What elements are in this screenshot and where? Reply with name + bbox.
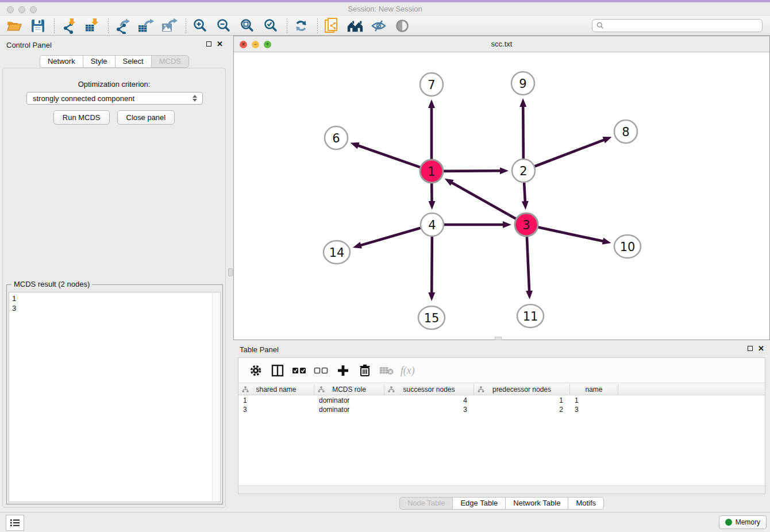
delete-icon[interactable]: [356, 361, 374, 380]
task-list-icon: [10, 519, 20, 527]
mcds-result-box[interactable]: 1 3: [9, 292, 221, 502]
tab-edge-table[interactable]: Edge Table: [452, 497, 506, 510]
tab-style[interactable]: Style: [83, 55, 116, 68]
criterion-select[interactable]: strongly connected component: [26, 92, 203, 105]
search-box[interactable]: [592, 19, 763, 32]
export-table-icon[interactable]: [137, 17, 155, 34]
show-all-networks-icon[interactable]: [346, 17, 364, 34]
column-header-name[interactable]: name: [570, 384, 618, 395]
import-table-icon[interactable]: [83, 17, 101, 34]
edge-arrow-icon: [351, 142, 360, 149]
column-header-shared-name[interactable]: shared name: [238, 384, 314, 395]
node-15[interactable]: 15: [418, 306, 445, 329]
tab-network-table[interactable]: Network Table: [505, 497, 568, 510]
zoom-selected-icon[interactable]: [262, 17, 279, 34]
import-network-icon[interactable]: [60, 17, 77, 34]
deselect-all-icon[interactable]: [312, 361, 330, 380]
edge-1-2[interactable]: [444, 171, 502, 171]
cell-MCDS-role[interactable]: dominator: [314, 396, 384, 405]
column-header-MCDS-role[interactable]: MCDS role: [314, 384, 384, 395]
memory-button[interactable]: Memory: [719, 515, 767, 529]
memory-status-icon: [725, 519, 732, 526]
add-column-icon[interactable]: [334, 361, 352, 380]
mcds-result-group: MCDS result (2 nodes) 1 3: [6, 284, 223, 504]
result-scrollbar[interactable]: [212, 293, 220, 501]
tab-mcds[interactable]: MCDS: [151, 55, 189, 68]
cell-predecessor-nodes[interactable]: 1: [474, 396, 570, 405]
svg-text:9: 9: [519, 77, 526, 91]
cell-successor-nodes[interactable]: 3: [384, 405, 474, 414]
column-header-predecessor-nodes[interactable]: predecessor nodes: [474, 384, 570, 395]
cell-name[interactable]: 3: [570, 405, 618, 414]
function-icon[interactable]: f(x): [399, 361, 418, 380]
tab-network[interactable]: Network: [40, 55, 83, 68]
edge-4-15[interactable]: [432, 237, 432, 294]
table-row[interactable]: 3dominator323: [238, 405, 765, 414]
export-image-icon[interactable]: [161, 17, 178, 34]
float-panel-icon[interactable]: [206, 41, 211, 47]
edge-3-1[interactable]: [451, 182, 516, 219]
table-hscroll[interactable]: [238, 485, 765, 494]
node-8[interactable]: 8: [614, 120, 637, 143]
edge-4-14[interactable]: [359, 228, 420, 246]
select-all-icon[interactable]: [290, 361, 309, 380]
network-canvas[interactable]: 7968124314101511: [234, 52, 769, 340]
table-row[interactable]: 1dominator411: [238, 396, 765, 405]
edge-arrow-icon: [526, 291, 533, 299]
split-columns-icon[interactable]: [268, 361, 287, 380]
node-4[interactable]: 4: [421, 213, 444, 236]
open-session-icon[interactable]: [6, 17, 23, 34]
gear-icon[interactable]: [247, 361, 265, 380]
cell-predecessor-nodes[interactable]: 2: [474, 405, 570, 414]
node-1[interactable]: 1: [420, 160, 443, 183]
float-table-panel-icon[interactable]: [748, 346, 753, 351]
tab-motifs[interactable]: Motifs: [568, 497, 604, 510]
edge-3-10[interactable]: [538, 227, 605, 241]
edge-2-3[interactable]: [524, 183, 525, 203]
hide-graphics-details-icon[interactable]: [370, 17, 387, 34]
node-9[interactable]: 9: [511, 72, 534, 95]
save-session-icon[interactable]: [29, 17, 47, 34]
tab-node-table[interactable]: Node Table: [399, 497, 453, 510]
zoom-out-icon[interactable]: [215, 17, 232, 34]
toolbar-separator: [108, 18, 109, 33]
select-stepper-icon: [190, 95, 202, 102]
cell-MCDS-role[interactable]: dominator: [314, 405, 384, 414]
svg-text:6: 6: [332, 132, 340, 145]
show-graphics-details-icon[interactable]: [394, 17, 411, 34]
svg-text:8: 8: [622, 125, 629, 139]
node-3[interactable]: 3: [515, 213, 538, 236]
panel-splitter-grip[interactable]: [228, 268, 233, 276]
toolbar-separator: [317, 18, 318, 33]
node-2[interactable]: 2: [512, 159, 535, 182]
search-input[interactable]: [604, 21, 762, 31]
cell-name[interactable]: 1: [570, 396, 618, 405]
node-7[interactable]: 7: [420, 73, 443, 96]
edge-1-6[interactable]: [357, 145, 420, 168]
node-11[interactable]: 11: [517, 304, 544, 327]
tab-select[interactable]: Select: [115, 55, 152, 68]
export-network-icon[interactable]: [114, 17, 131, 34]
refresh-icon[interactable]: [292, 17, 310, 34]
run-mcds-button[interactable]: Run MCDS: [53, 110, 110, 125]
task-history-button[interactable]: [6, 515, 24, 531]
node-6[interactable]: 6: [325, 126, 348, 149]
zoom-fit-icon[interactable]: [238, 17, 256, 34]
cell-shared-name[interactable]: 3: [238, 405, 314, 414]
cell-shared-name[interactable]: 1: [238, 396, 314, 405]
delete-table-icon[interactable]: [378, 361, 396, 380]
edge-3-11[interactable]: [527, 237, 529, 292]
cell-successor-nodes[interactable]: 4: [384, 396, 474, 405]
network-overview-icon[interactable]: [323, 17, 340, 34]
edge-2-8[interactable]: [535, 140, 606, 167]
edge-arrow-icon: [445, 179, 454, 186]
node-14[interactable]: 14: [324, 241, 350, 264]
column-header-successor-nodes[interactable]: successor nodes: [384, 384, 474, 395]
close-panel-button[interactable]: Close panel: [117, 110, 175, 125]
close-table-panel-icon[interactable]: ✕: [758, 345, 764, 352]
edge-2-9[interactable]: [523, 105, 523, 159]
node-10[interactable]: 10: [614, 235, 641, 258]
zoom-in-icon[interactable]: [191, 17, 209, 34]
table-panel: Table Panel ✕ f(x) shared nameMCDS roles…: [233, 340, 770, 510]
close-panel-icon[interactable]: ✕: [217, 41, 223, 47]
